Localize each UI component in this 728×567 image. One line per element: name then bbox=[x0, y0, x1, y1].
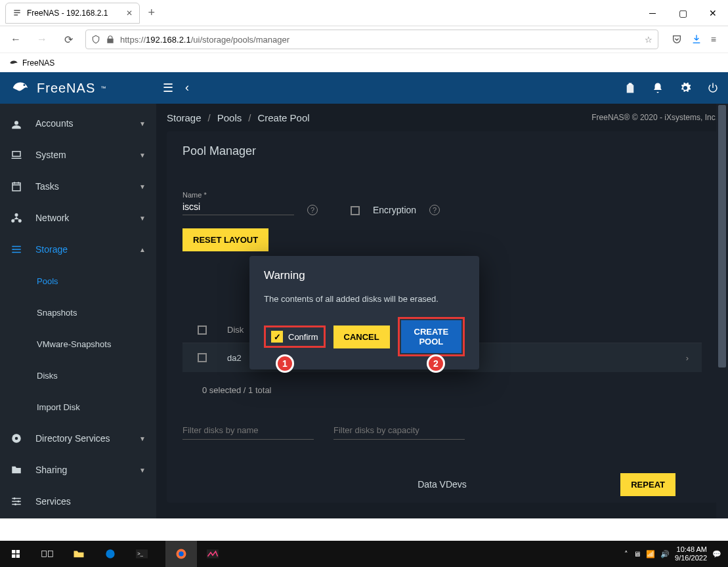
warning-modal: Warning The contents of all added disks … bbox=[249, 256, 479, 369]
svg-point-2 bbox=[13, 246, 14, 247]
tab-favicon-icon bbox=[12, 9, 22, 18]
file-explorer-icon[interactable] bbox=[63, 541, 95, 567]
breadcrumb-create: Create Pool bbox=[257, 112, 309, 123]
svg-point-16 bbox=[179, 551, 184, 556]
sidebar-item-services[interactable]: Services bbox=[0, 486, 156, 517]
taskbar-clock[interactable]: 10:48 AM 9/16/2022 bbox=[675, 545, 707, 562]
sidebar-label: Storage bbox=[35, 244, 68, 255]
sidebar-sub-snapshots[interactable]: Snapshots bbox=[0, 297, 156, 328]
browser-navbar: ← → ⟳ https://192.168.2.1/ui/storage/poo… bbox=[0, 26, 728, 52]
sidebar-item-directory[interactable]: Directory Services ▼ bbox=[0, 423, 156, 454]
notifications-icon[interactable]: 💬 bbox=[712, 550, 721, 558]
encryption-checkbox[interactable] bbox=[351, 206, 360, 215]
terminal-icon[interactable]: >_ bbox=[126, 541, 158, 567]
svg-rect-11 bbox=[49, 551, 53, 557]
sidebar-item-storage[interactable]: Storage ▲ bbox=[0, 234, 156, 265]
tray-chevron-icon[interactable]: ˄ bbox=[624, 550, 628, 558]
shield-icon[interactable] bbox=[91, 35, 100, 44]
selection-count: 0 selected / 1 total bbox=[202, 385, 702, 395]
bookmark-label[interactable]: FreeNAS bbox=[22, 58, 54, 68]
sidebar-label: Directory Services bbox=[35, 433, 110, 444]
url-bar[interactable]: https://192.168.2.1/ui/storage/pools/man… bbox=[85, 30, 658, 49]
breadcrumb-pools[interactable]: Pools bbox=[217, 112, 242, 123]
nav-back-icon[interactable]: ← bbox=[7, 33, 25, 45]
svg-point-3 bbox=[13, 249, 14, 250]
bookmark-star-icon[interactable]: ☆ bbox=[645, 35, 653, 45]
tab-close-icon[interactable]: ✕ bbox=[126, 9, 133, 18]
tray-volume-icon[interactable]: 🔊 bbox=[660, 550, 670, 558]
card-title: Pool Manager bbox=[182, 144, 702, 158]
start-button[interactable] bbox=[0, 541, 32, 567]
chevron-down-icon: ▼ bbox=[139, 435, 146, 442]
reset-layout-button[interactable]: RESET LAYOUT bbox=[182, 228, 268, 251]
calendar-icon bbox=[11, 180, 22, 192]
help-icon[interactable]: ? bbox=[429, 205, 440, 215]
sidebar-item-system[interactable]: System ▼ bbox=[0, 139, 156, 171]
sidebar-item-sharing[interactable]: Sharing ▼ bbox=[0, 454, 156, 486]
sidebar-item-accounts[interactable]: Accounts ▼ bbox=[0, 108, 156, 139]
gear-icon[interactable] bbox=[679, 82, 691, 94]
sidebar-label: Services bbox=[35, 496, 71, 507]
pocket-icon[interactable] bbox=[672, 34, 682, 45]
sidebar-label: Network bbox=[35, 213, 69, 223]
task-view-icon[interactable] bbox=[32, 541, 63, 567]
confirm-label: Confirm bbox=[288, 332, 318, 342]
svg-point-12 bbox=[106, 549, 114, 558]
sidebar-sub-import[interactable]: Import Disk bbox=[0, 391, 156, 423]
bell-icon[interactable] bbox=[652, 82, 664, 94]
nav-reload-icon[interactable]: ⟳ bbox=[59, 33, 77, 46]
sidebar-sub-pools[interactable]: Pools bbox=[0, 265, 156, 297]
tray-icon[interactable]: 🖥 bbox=[633, 550, 641, 558]
breadcrumb-storage[interactable]: Storage bbox=[167, 112, 202, 123]
filter-capacity-input[interactable] bbox=[333, 421, 465, 440]
sidebar-label: Tasks bbox=[35, 181, 59, 192]
downloads-icon[interactable] bbox=[691, 34, 702, 45]
breadcrumb: Storage / Pools / Create Pool FreeNAS® ©… bbox=[156, 104, 728, 131]
app-icon[interactable] bbox=[197, 541, 228, 567]
window-close-icon[interactable]: ✕ bbox=[698, 0, 728, 26]
svg-text:>_: >_ bbox=[137, 551, 143, 556]
scrollbar-thumb[interactable] bbox=[718, 105, 726, 368]
power-icon[interactable] bbox=[707, 82, 719, 94]
brand-logo: FreeNAS™ bbox=[9, 78, 156, 98]
chevron-right-icon[interactable]: › bbox=[458, 353, 702, 363]
sidebar-sub-vmware[interactable]: VMware-Snapshots bbox=[0, 328, 156, 360]
sidebar-item-plugins[interactable]: Plugins bbox=[0, 517, 156, 518]
sidebar-item-network[interactable]: Network ▼ bbox=[0, 202, 156, 234]
confirm-checkbox-wrap[interactable]: ✓ Confirm bbox=[264, 326, 326, 348]
window-maximize-icon[interactable]: ▢ bbox=[668, 0, 698, 26]
scrollbar[interactable] bbox=[716, 104, 728, 518]
confirm-checkbox[interactable]: ✓ bbox=[271, 331, 283, 343]
annotation-badge-2: 2 bbox=[427, 354, 445, 373]
row-checkbox[interactable] bbox=[198, 353, 207, 362]
sidebar: Accounts ▼ System ▼ Tasks ▼ Network ▼ St… bbox=[0, 104, 156, 518]
firefox-icon[interactable] bbox=[165, 541, 197, 567]
back-arrow-icon[interactable]: ‹ bbox=[185, 81, 189, 95]
sidebar-toggle-icon[interactable]: ☰ bbox=[163, 81, 173, 95]
clipboard-icon[interactable] bbox=[624, 82, 636, 94]
cancel-button[interactable]: CANCEL bbox=[333, 326, 390, 348]
window-minimize-icon[interactable]: ─ bbox=[637, 0, 668, 26]
help-icon[interactable]: ? bbox=[307, 205, 318, 215]
network-icon bbox=[11, 212, 22, 224]
new-tab-button[interactable]: + bbox=[148, 6, 155, 20]
sidebar-label: Sharing bbox=[35, 465, 67, 475]
create-pool-button[interactable]: CREATE POOL bbox=[401, 320, 461, 353]
lock-icon[interactable] bbox=[106, 35, 115, 44]
chevron-down-icon: ▼ bbox=[139, 183, 146, 190]
repeat-button[interactable]: REPEAT bbox=[620, 473, 675, 496]
chevron-down-icon: ▼ bbox=[139, 215, 146, 222]
menu-icon[interactable]: ≡ bbox=[711, 34, 716, 45]
pool-name-input[interactable] bbox=[182, 199, 294, 215]
chevron-down-icon: ▼ bbox=[139, 467, 146, 474]
sidebar-item-tasks[interactable]: Tasks ▼ bbox=[0, 171, 156, 202]
globe-icon bbox=[11, 432, 22, 444]
tray-network-icon[interactable]: 📶 bbox=[646, 550, 655, 558]
folder-icon bbox=[11, 464, 22, 476]
sidebar-sub-disks[interactable]: Disks bbox=[0, 360, 156, 391]
browser-tab[interactable]: FreeNAS - 192.168.2.1 ✕ bbox=[5, 3, 140, 24]
filter-name-input[interactable] bbox=[182, 421, 314, 440]
select-all-checkbox[interactable] bbox=[198, 326, 207, 335]
edge-icon[interactable] bbox=[95, 541, 126, 567]
storage-icon bbox=[11, 243, 22, 255]
